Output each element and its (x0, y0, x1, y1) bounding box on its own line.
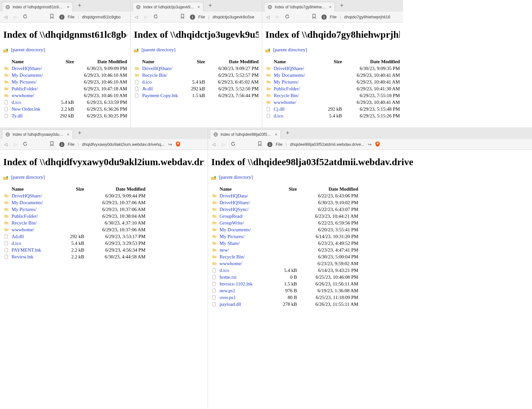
brave-shield-icon[interactable] (175, 141, 181, 147)
back-button[interactable]: ◁ (134, 15, 139, 19)
file-link[interactable]: GroupRead/ (220, 214, 274, 219)
file-link[interactable]: Recycle Bin/ (142, 73, 185, 78)
file-link[interactable]: d.ico (274, 113, 321, 119)
file-link[interactable]: My Pictures/ (274, 79, 321, 85)
bookmark-icon[interactable] (180, 14, 185, 20)
file-link[interactable]: Invoice-1102.lnk (220, 281, 274, 287)
parent-directory-link[interactable]: [parent directory] (3, 175, 204, 180)
forward-button[interactable]: ▷ (13, 142, 18, 147)
forward-button[interactable]: ▷ (13, 15, 18, 19)
file-link[interactable]: wwwhome/ (274, 100, 321, 105)
site-info-icon[interactable]: i (59, 15, 64, 20)
parent-directory-link[interactable]: [parent directory] (134, 47, 259, 53)
file-link[interactable]: My Documents/ (12, 200, 62, 205)
back-button[interactable]: ◁ (3, 142, 8, 147)
browser-tab[interactable]: Index of \\dhqido7gy8hiehwprjhl × (264, 2, 335, 12)
file-link[interactable]: PublicFolder/ (274, 86, 321, 92)
close-icon[interactable]: × (197, 5, 200, 9)
address-bar[interactable]: i File | dhqidctjo3ugevk9u5se (190, 15, 259, 20)
file-link[interactable]: DriveHQData/ (220, 193, 274, 199)
file-link[interactable]: d.ico (220, 268, 274, 273)
reload-button[interactable] (231, 141, 236, 147)
new-tab-button[interactable]: + (283, 129, 292, 137)
file-link[interactable]: Ad.dll (12, 234, 62, 239)
share-icon[interactable]: ↪ (368, 142, 372, 147)
file-link[interactable]: payload.dll (220, 302, 274, 307)
new-tab-button[interactable]: + (338, 2, 346, 10)
reload-button[interactable] (23, 14, 28, 20)
file-link[interactable]: Ty.dll (12, 113, 54, 119)
share-icon[interactable]: ↪ (168, 142, 172, 147)
file-link[interactable]: GroupWrite/ (220, 220, 274, 226)
address-bar[interactable]: i File | dhqido7gy8hiehwprjhli16 (321, 15, 400, 20)
browser-tab[interactable]: Index of \\dhqidfvyxawy0du9akl2 × (2, 129, 73, 139)
new-tab-button[interactable]: + (206, 2, 214, 10)
back-button[interactable]: ◁ (265, 15, 271, 19)
file-link[interactable]: PAYMENT.lnk (12, 247, 62, 253)
file-link[interactable]: d.ico (12, 241, 62, 246)
browser-tab[interactable]: Index of \\dhqidgnmst61lc8gbo × (2, 2, 73, 12)
file-link[interactable]: over.ps1 (220, 295, 274, 300)
file-link[interactable]: Cj.dll (274, 106, 321, 112)
file-link[interactable]: My Pictures/ (12, 79, 54, 85)
forward-button[interactable]: ▷ (275, 15, 280, 19)
parent-directory-link[interactable]: [parent directory] (3, 47, 127, 53)
forward-button[interactable]: ▷ (143, 15, 149, 19)
file-link[interactable]: Payment Copy.lnk (142, 93, 185, 98)
forward-button[interactable]: ▷ (221, 142, 226, 147)
bookmark-icon[interactable] (50, 141, 55, 147)
file-link[interactable]: Review.lnk (12, 254, 62, 260)
file-link[interactable]: DriveHQShare/ (142, 66, 185, 71)
brave-shield-icon[interactable] (375, 141, 380, 147)
bookmark-icon[interactable] (50, 14, 55, 20)
file-link[interactable]: My Documents/ (12, 73, 54, 78)
close-icon[interactable]: × (67, 132, 69, 136)
file-link[interactable]: Recycle Bin/ (220, 254, 274, 260)
new-tab-button[interactable]: + (75, 129, 84, 137)
browser-tab[interactable]: Index of \\dhqidee98lja03f52atdr × (210, 129, 281, 139)
close-icon[interactable]: × (329, 5, 331, 9)
close-icon[interactable]: × (67, 5, 69, 9)
bookmark-icon[interactable] (312, 14, 317, 20)
file-link[interactable]: My Documents/ (220, 227, 274, 233)
reload-button[interactable] (285, 14, 290, 20)
file-link[interactable]: wwwhome/ (12, 93, 54, 98)
site-info-icon[interactable]: i (267, 142, 272, 147)
reload-button[interactable] (153, 14, 158, 20)
file-link[interactable]: DriveHQShare/ (12, 193, 62, 199)
address-bar[interactable]: i File | dhqidfvyxawy0du9akl2ium.webdav.… (59, 141, 204, 147)
file-link[interactable]: wwwhome/ (12, 227, 62, 233)
file-link[interactable]: DriveHQShare/ (274, 66, 321, 71)
back-button[interactable]: ◁ (211, 142, 216, 147)
file-link[interactable]: new/ (220, 247, 274, 253)
file-link[interactable]: DriveHQSync/ (220, 207, 274, 212)
bookmark-icon[interactable] (258, 141, 263, 147)
parent-directory-link[interactable]: [parent directory] (265, 47, 400, 53)
file-link[interactable]: DriveHQShare/ (12, 66, 54, 71)
file-link[interactable]: New Order.lnk (12, 106, 54, 112)
parent-directory-link[interactable]: [parent directory] (211, 175, 529, 180)
address-bar[interactable]: i File | dhqidgnmst61lc8gbo (59, 15, 127, 20)
file-link[interactable]: DriveHQShare/ (220, 200, 274, 205)
file-link[interactable]: PublicFolder/ (12, 86, 54, 92)
site-info-icon[interactable]: i (321, 15, 327, 20)
file-link[interactable]: Recycle Bin/ (274, 93, 321, 98)
new-tab-button[interactable]: + (75, 2, 84, 10)
file-link[interactable]: My Documents/ (274, 73, 321, 78)
file-link[interactable]: PublicFolder/ (12, 214, 62, 219)
close-icon[interactable]: × (275, 132, 277, 136)
file-link[interactable]: home.txt (220, 274, 274, 280)
file-link[interactable]: d.ico (12, 100, 54, 105)
file-link[interactable]: Jb.dll (142, 86, 185, 92)
file-link[interactable]: My Pictures/ (12, 207, 62, 212)
reload-button[interactable] (23, 141, 28, 147)
file-link[interactable]: new.ps1 (220, 288, 274, 294)
site-info-icon[interactable]: i (190, 15, 195, 20)
file-link[interactable]: Recycle Bin/ (12, 220, 62, 226)
file-link[interactable]: My Share/ (220, 241, 274, 246)
site-info-icon[interactable]: i (59, 142, 64, 147)
browser-tab[interactable]: Index of \\dhqidctjo3ugevk9u5se × (133, 2, 203, 12)
back-button[interactable]: ◁ (3, 15, 8, 19)
file-link[interactable]: wwwhome/ (220, 261, 274, 266)
file-link[interactable]: My Pictures/ (220, 234, 274, 239)
